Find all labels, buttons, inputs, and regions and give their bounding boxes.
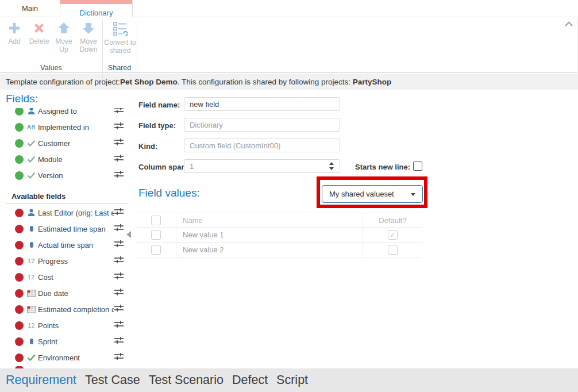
ab-text-icon: AB: [26, 124, 37, 130]
select-all-checkbox[interactable]: [151, 216, 161, 225]
field-row-sprint[interactable]: Sprint: [0, 333, 133, 349]
field-row-last-editor[interactable]: Last Editor (orig: Last edit: [0, 205, 133, 221]
arrow-down-icon: [82, 21, 95, 35]
check-icon: [26, 140, 37, 147]
field-row-due-date[interactable]: Due date: [0, 285, 133, 301]
field-row-cost[interactable]: 12 Cost: [0, 269, 133, 285]
bottom-tab-test-case[interactable]: Test Case: [85, 373, 140, 387]
calendar-icon: [26, 290, 37, 297]
field-row-environment[interactable]: Environment: [0, 349, 133, 366]
field-row-customer[interactable]: Customer: [0, 135, 133, 151]
drag-handle-icon[interactable]: [114, 207, 124, 218]
field-row-estimated-completion-date[interactable]: Estimated completion dat: [0, 301, 133, 317]
field-values-table: Name Default? New value 1 ✓ New value 2: [136, 213, 422, 258]
status-dot-red: [15, 289, 24, 298]
status-dot-red: [15, 353, 24, 362]
default-checkbox-unchecked[interactable]: [388, 245, 398, 255]
status-dot-red: [15, 257, 24, 266]
bottom-tab-requirement[interactable]: Requirement: [6, 373, 76, 387]
default-column-header: Default?: [363, 213, 422, 227]
valueset-dropdown[interactable]: My shared valueset: [322, 185, 423, 203]
field-label: Version: [38, 171, 63, 180]
field-name-input[interactable]: new field: [184, 97, 340, 111]
field-row-module[interactable]: Module: [0, 151, 133, 167]
selected-fields-list: Assigned to AB Implemented in Customer: [0, 108, 133, 186]
caret-down-icon: [411, 193, 415, 196]
field-type-label: Field type:: [138, 121, 176, 130]
available-fields-header: Available fields: [11, 192, 65, 201]
drag-handle-icon[interactable]: [114, 336, 124, 347]
field-label: Estimated completion dat: [38, 305, 114, 314]
field-label: Assigned to: [38, 108, 77, 116]
field-row-estimated-time-span[interactable]: Estimated time span: [0, 221, 133, 237]
check-icon: [26, 172, 37, 179]
duration-icon: [26, 226, 37, 232]
calendar-icon: [26, 306, 37, 313]
field-label: Estimated time span: [38, 225, 106, 233]
number-12-icon: 12: [26, 258, 37, 264]
status-dot-red: [15, 241, 24, 249]
spinner-up-icon[interactable]: [329, 162, 334, 165]
field-label: Due date: [38, 289, 68, 298]
add-button-label: Add: [2, 37, 27, 45]
info-prefix: Template configuration of project:: [6, 78, 120, 86]
kind-input: Custom field (CustomInt00): [184, 139, 340, 152]
field-type-input: Dictionary: [184, 118, 340, 132]
row-select-checkbox[interactable]: [151, 230, 161, 240]
field-label: Module: [38, 155, 63, 164]
drag-handle-icon[interactable]: [114, 154, 124, 164]
field-row-actual-time-span[interactable]: Actual time span: [0, 237, 133, 253]
drag-handle-icon[interactable]: [114, 352, 124, 363]
field-row-assigned-to[interactable]: Assigned to: [0, 108, 133, 119]
bottom-tab-test-scenario[interactable]: Test Scenario: [149, 373, 224, 387]
default-checkbox-checked[interactable]: ✓: [388, 230, 398, 240]
number-12-icon: 12: [26, 274, 37, 280]
value-name-cell: New value 1: [176, 228, 363, 242]
info-bar: Template configuration of project:Pet Sh…: [0, 74, 578, 90]
drag-handle-icon[interactable]: [114, 320, 124, 330]
field-row-implemented-in[interactable]: AB Implemented in: [0, 119, 133, 135]
x-cross-icon: [32, 21, 46, 35]
drag-handle-icon[interactable]: [114, 288, 124, 298]
status-dot-red: [15, 321, 24, 330]
bottom-tab-script[interactable]: Script: [276, 373, 308, 387]
status-dot-red: [15, 305, 24, 314]
field-row-version[interactable]: Version: [0, 167, 133, 183]
valueset-dropdown-value: My shared valueset: [329, 190, 394, 198]
status-dot-red: [15, 209, 24, 217]
drag-handle-icon[interactable]: [114, 122, 124, 132]
plus-icon: [7, 21, 21, 35]
drag-handle-icon[interactable]: [114, 272, 124, 282]
splitter-collapse-icon[interactable]: [126, 231, 131, 238]
drag-handle-icon[interactable]: [114, 170, 124, 180]
bottom-tab-defect[interactable]: Defect: [232, 373, 268, 387]
info-shared-project-name: PartyShop: [353, 78, 392, 86]
value-name-cell: New value 2: [176, 243, 363, 257]
drag-handle-icon[interactable]: [114, 108, 124, 116]
starts-new-line-checkbox[interactable]: [413, 162, 422, 171]
field-label: Implemented in: [38, 123, 89, 132]
check-icon: [26, 354, 37, 361]
row-select-checkbox[interactable]: [151, 245, 161, 255]
field-row-points[interactable]: 12 Points: [0, 317, 133, 333]
drag-handle-icon[interactable]: [114, 304, 124, 314]
status-dot-green: [15, 155, 24, 164]
drag-handle-icon[interactable]: [114, 224, 124, 234]
field-label: Cost: [38, 273, 53, 282]
column-span-input[interactable]: 1: [184, 159, 340, 173]
table-row: New value 1 ✓: [136, 228, 422, 243]
field-row-progress[interactable]: 12 Progress: [0, 253, 133, 269]
starts-new-line-label: Starts new line:: [355, 163, 410, 171]
drag-handle-icon[interactable]: [114, 240, 124, 250]
drag-handle-icon[interactable]: [114, 138, 124, 148]
status-dot-red: [15, 337, 24, 346]
tab-main[interactable]: Main: [0, 0, 60, 17]
status-dot-green: [15, 171, 24, 180]
drag-handle-icon[interactable]: [114, 256, 124, 266]
status-dot-green: [15, 108, 24, 116]
chevron-up-icon[interactable]: [564, 20, 573, 28]
spinner-down-icon[interactable]: [329, 167, 334, 170]
field-values-title: Field values:: [138, 187, 200, 199]
field-label: Actual time span: [38, 241, 93, 249]
tab-dictionary[interactable]: Dictionary: [60, 0, 133, 17]
